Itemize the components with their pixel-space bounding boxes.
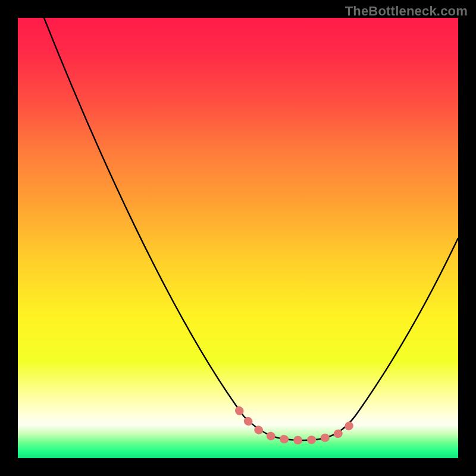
plot-area: [18, 18, 458, 458]
bottom-highlight: [239, 411, 355, 440]
chart-frame: TheBottleneck.com: [0, 0, 476, 476]
bottleneck-curve: [18, 18, 458, 458]
watermark-text: TheBottleneck.com: [345, 4, 468, 19]
curve-path: [42, 18, 458, 440]
